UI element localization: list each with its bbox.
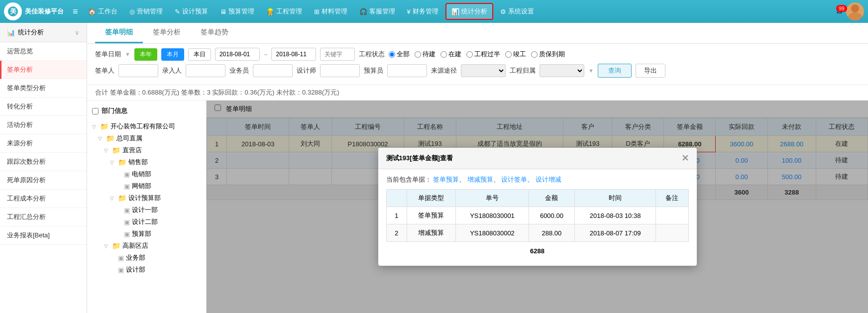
sidebar-item-dead-reason[interactable]: 死单原因分析 [0, 171, 87, 190]
status-building[interactable]: 在建 [440, 50, 461, 59]
nav-workbench[interactable]: 🏠 工作台 [83, 4, 122, 19]
link-addition-budget[interactable]: 增减预算 [467, 176, 493, 183]
tree-item-label: 设计二部 [132, 217, 158, 226]
home-icon: 🏠 [88, 8, 96, 15]
dept-select[interactable] [540, 64, 584, 77]
budget-input[interactable] [387, 64, 427, 77]
budget-icon: 🖥 [220, 8, 226, 15]
tree-design-dept[interactable]: ▽ 📁 设计预算部 [90, 192, 203, 204]
link-sign-budget[interactable]: 签单预算 [433, 176, 459, 183]
nav-budget[interactable]: 🖥 预算管理 [215, 4, 259, 19]
tree-item-label: 电销部 [132, 170, 151, 179]
link-design-sign[interactable]: 设计签单 [501, 176, 527, 183]
designer-input[interactable] [320, 64, 360, 77]
tree-business-dept[interactable]: ▣ 业务部 [90, 252, 203, 264]
dropdown-arrow[interactable]: ▼ [125, 51, 130, 57]
recorder-input[interactable] [186, 64, 225, 77]
tree-design2[interactable]: ▣ 设计二部 [90, 216, 203, 228]
dept-checkbox[interactable] [92, 108, 99, 114]
date-start-input[interactable] [215, 48, 260, 61]
modal-col-num [386, 190, 407, 207]
modal-cell-note [656, 224, 688, 242]
sidebar-item-activity[interactable]: 活动分析 [0, 116, 87, 134]
sidebar-item-overview[interactable]: 运营总览 [0, 42, 87, 61]
tree-netsales[interactable]: ▣ 网销部 [90, 180, 203, 192]
nav-marketing[interactable]: ◎ 营销管理 [124, 4, 168, 19]
tree-hightech-store[interactable]: ▽ 📁 高新区店 [90, 240, 203, 252]
nav-project[interactable]: 👷 工程管理 [261, 4, 307, 19]
link-design-addition[interactable]: 设计增减 [536, 176, 561, 183]
status-complete[interactable]: 竣工 [505, 50, 526, 59]
app-logo: 美 美佳装修平台 [4, 2, 64, 20]
btn-month[interactable]: 本月 [161, 48, 184, 61]
user-avatar[interactable] [846, 2, 864, 20]
export-button[interactable]: 导出 [636, 64, 665, 78]
keyword-input[interactable] [320, 48, 355, 61]
tree-design1[interactable]: ▣ 设计一部 [90, 204, 203, 216]
tree-item-label: 设计一部 [132, 206, 158, 214]
salesman-input[interactable] [253, 64, 293, 77]
nav-settings[interactable]: ⚙ 系统设置 [495, 4, 539, 19]
signer-input[interactable] [118, 64, 158, 77]
sidebar-item-report[interactable]: 业务报表[Beta] [0, 226, 87, 245]
stats-icon: 📊 [451, 8, 459, 15]
filter-area: 签单日期 ▼ 本年 本月 本日 ~ 工程状态 全部 待建 在建 工程过半 竣工 … [87, 44, 868, 85]
tab-sign-trend[interactable]: 签单趋势 [191, 23, 238, 43]
sidebar-item-sign-analysis[interactable]: 签单分析 [0, 61, 87, 79]
query-button[interactable]: 查询 [598, 64, 632, 78]
tab-sign-detail[interactable]: 签单明细 [95, 23, 143, 43]
status-half[interactable]: 工程过半 [466, 50, 500, 59]
tree-direct-store[interactable]: ▽ 📁 直营店 [90, 144, 203, 156]
modal-cell-time: 2018-08-07 17:09 [574, 224, 655, 242]
sidebar-item-tracking[interactable]: 跟踪次数分析 [0, 153, 87, 171]
tree-item-label: 设计预算部 [128, 194, 161, 203]
status-pending[interactable]: 待建 [415, 50, 435, 59]
file-icon: ▣ [124, 218, 130, 226]
date-end-input[interactable] [271, 48, 316, 61]
modal-subtitle: 当前包含单据： 签单预算、 增减预算、 设计签单、 设计增减 [386, 175, 689, 184]
dept-dropdown-icon: ▼ [588, 68, 594, 74]
design-icon: ✎ [175, 8, 180, 15]
sidebar-item-sign-type[interactable]: 签单类型分析 [0, 79, 87, 98]
tree-telesales[interactable]: ▣ 电销部 [90, 168, 203, 180]
stats-sidebar-icon: 📊 [7, 29, 15, 36]
tree-design-store[interactable]: ▣ 设计部 [90, 264, 203, 276]
marketing-icon: ◎ [129, 8, 135, 15]
nav-materials[interactable]: ⊞ 材料管理 [309, 4, 352, 19]
nav-design-budget[interactable]: ✎ 设计预算 [170, 4, 213, 19]
sidebar-item-summary[interactable]: 工程汇总分析 [0, 208, 87, 226]
file-icon: ▣ [124, 183, 130, 190]
notification-bell[interactable]: ✉ 99 [837, 8, 842, 15]
nav-finance[interactable]: ¥ 财务管理 [402, 4, 443, 19]
modal-row: 2 增减预算 YS1808030002 288.00 2018-08-07 17… [386, 224, 688, 242]
modal-title: 测试193[签单金额]查看 [386, 154, 453, 163]
modal-body: 当前包含单据： 签单预算、 增减预算、 设计签单、 设计增减 [378, 169, 697, 266]
project-icon: 👷 [266, 8, 274, 15]
file-icon: ▣ [118, 254, 124, 262]
menu-icon[interactable]: ≡ [73, 6, 78, 17]
tree-budget-dept[interactable]: ▣ 预算部 [90, 228, 203, 240]
status-warranty[interactable]: 质保到期 [531, 50, 565, 59]
nav-stats[interactable]: 📊 统计分析 [445, 3, 493, 20]
sidebar-item-conversion[interactable]: 转化分析 [0, 98, 87, 116]
date-separator: ~ [264, 51, 268, 58]
collapse-icon[interactable]: ∨ [75, 29, 80, 36]
tree-hq[interactable]: ▽ 📁 总司直属 [90, 132, 203, 144]
file-icon: ▣ [124, 230, 130, 238]
btn-today[interactable]: 本日 [188, 48, 211, 61]
date-label: 签单日期 [95, 50, 121, 59]
tree-item-label: 销售部 [128, 158, 148, 167]
tree-company[interactable]: ▽ 📁 开心装饰工程有限公司 [90, 120, 203, 132]
tree-sales[interactable]: ▽ 📁 销售部 [90, 156, 203, 168]
status-all[interactable]: 全部 [389, 50, 410, 59]
modal-close-button[interactable]: ✕ [681, 153, 689, 164]
sidebar-item-cost[interactable]: 工程成本分析 [0, 190, 87, 208]
btn-year[interactable]: 本年 [134, 48, 157, 61]
tab-sign-analysis[interactable]: 签单分析 [143, 23, 191, 43]
sidebar-item-source[interactable]: 来源分析 [0, 134, 87, 153]
app-title: 美佳装修平台 [25, 7, 64, 16]
source-select[interactable] [461, 64, 506, 77]
nav-customer-service[interactable]: 🎧 客服管理 [354, 4, 400, 19]
modal-cell-type: 签单预算 [407, 207, 455, 224]
signer-label: 签单人 [95, 66, 114, 75]
